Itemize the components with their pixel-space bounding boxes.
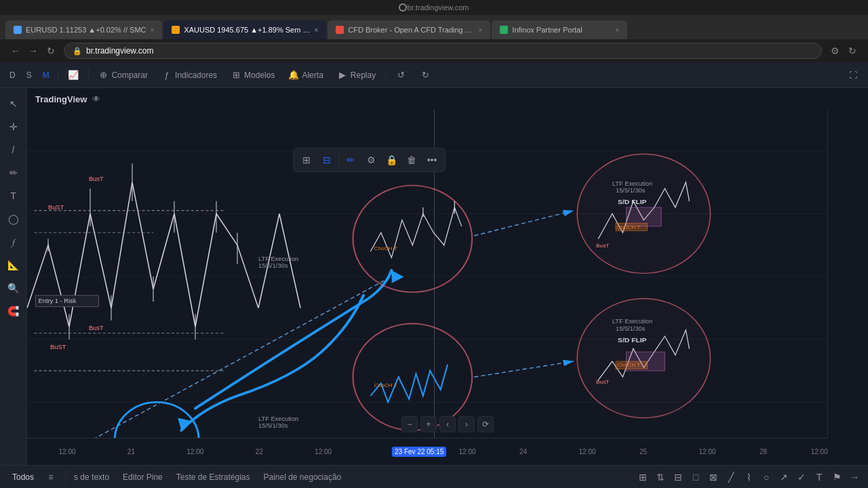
- tab-infinox-close[interactable]: ×: [616, 26, 620, 34]
- bt-icon-3[interactable]: ⊟: [670, 469, 686, 485]
- time-label-8: 25: [639, 448, 647, 455]
- tab-texto[interactable]: s de texto: [67, 470, 116, 485]
- tab-xauusd-close[interactable]: ×: [315, 26, 319, 34]
- chart-area: TradingView 👁 ⊞ ⊟ ✏ ⚙ 🔒 🗑 •••: [27, 88, 868, 465]
- bt-icon-6[interactable]: ╱: [723, 469, 739, 485]
- tab-infinox-label: Infinox Partner Portal: [512, 26, 611, 34]
- timeframe-s[interactable]: S: [22, 68, 36, 82]
- brush-tool[interactable]: ✏: [3, 163, 24, 183]
- time-axis: 12:00 21 12:00 22 12:00 23 Fev 22 05:15 …: [27, 438, 827, 465]
- price-axis: [827, 110, 868, 438]
- alert-label: Alerta: [302, 70, 323, 80]
- models-icon: ⊞: [231, 70, 241, 81]
- dt-delete[interactable]: 🗑: [403, 151, 420, 169]
- svg-text:S/D FLIP: S/D FLIP: [618, 337, 647, 344]
- fibonacci-tool[interactable]: 𝑓: [3, 232, 24, 252]
- scroll-left-button[interactable]: ‹: [439, 416, 456, 432]
- filter-icon[interactable]: ≡: [43, 470, 58, 485]
- time-label-2: 12:00: [186, 448, 203, 455]
- time-label-11: 12:00: [811, 448, 828, 455]
- tab-negociacao[interactable]: Painel de negociação: [257, 470, 349, 485]
- bt-icon-10[interactable]: ✓: [793, 469, 810, 485]
- zoom-out-button[interactable]: −: [401, 416, 418, 432]
- tab-eurusd[interactable]: EURUSD 1.11253 ▲+0.02% // SMC ×: [5, 20, 162, 39]
- dt-more[interactable]: •••: [423, 151, 441, 169]
- browser-extensions: ⚙ ↻: [827, 43, 860, 58]
- shapes-tool[interactable]: ◯: [3, 209, 24, 229]
- refresh-icon[interactable]: ↻: [845, 43, 860, 58]
- time-label-6: 24: [519, 448, 527, 455]
- dt-pencil[interactable]: ✏: [342, 151, 359, 169]
- visibility-icon[interactable]: 👁: [92, 94, 100, 104]
- svg-text:BusT: BusT: [596, 243, 609, 249]
- bt-icon-12[interactable]: ⚑: [829, 469, 845, 485]
- zoom-in-button[interactable]: +: [420, 416, 437, 432]
- bt-icon-11[interactable]: T: [811, 469, 827, 485]
- page-favicon: [399, 3, 407, 12]
- back-button[interactable]: ←: [8, 43, 23, 58]
- bt-icon-8[interactable]: ○: [758, 469, 774, 485]
- url-text: br.tradingview.com: [86, 46, 153, 56]
- timeframe-m[interactable]: M: [39, 68, 54, 82]
- scroll-right-button[interactable]: ›: [458, 416, 475, 432]
- compare-icon: ⊕: [98, 70, 109, 81]
- text-tool[interactable]: T: [3, 186, 24, 206]
- tab-cfd-close[interactable]: ×: [479, 26, 483, 34]
- fullscreen-button[interactable]: ⛶: [844, 68, 863, 82]
- bt-icon-9[interactable]: ↗: [776, 469, 792, 485]
- crosshair-tool[interactable]: ✛: [3, 117, 24, 137]
- indicators-button[interactable]: ƒ Indicadores: [156, 68, 222, 83]
- reset-zoom-button[interactable]: ⟳: [477, 416, 494, 432]
- dt-settings[interactable]: ⚙: [362, 151, 380, 169]
- reload-button[interactable]: ↻: [43, 43, 58, 58]
- undo-button[interactable]: ↺: [390, 68, 412, 83]
- trendline-tool[interactable]: /: [3, 140, 24, 160]
- bt-icon-5[interactable]: ⊠: [705, 469, 722, 485]
- browser-tabs: EURUSD 1.11253 ▲+0.02% // SMC × XAUUSD 1…: [0, 15, 868, 39]
- svg-text:15/5/1/30s: 15/5/1/30s: [258, 262, 288, 268]
- chart-controls: − + ‹ › ⟳: [401, 416, 494, 432]
- forward-button[interactable]: →: [26, 43, 41, 58]
- svg-text:LTF Execution: LTF Execution: [258, 416, 298, 422]
- tab-pine[interactable]: Editor Pine: [116, 470, 170, 485]
- timeframe-d[interactable]: D: [5, 68, 20, 82]
- svg-text:ChoCH T: ChoCH T: [617, 224, 640, 230]
- bt-icon-13[interactable]: →: [846, 469, 863, 485]
- magnet-tool[interactable]: 🧲: [3, 301, 24, 321]
- indicators-label: Indicadores: [175, 70, 217, 80]
- svg-text:ChoCH T: ChoCH T: [374, 245, 397, 251]
- bt-icon-7[interactable]: ⌇: [741, 469, 757, 485]
- redo-button[interactable]: ↻: [414, 68, 436, 83]
- dt-select[interactable]: ⊞: [298, 151, 315, 169]
- extension-icon[interactable]: ⚙: [827, 43, 842, 58]
- measure-tool[interactable]: 📐: [3, 255, 24, 275]
- tab-xauusd[interactable]: XAUUSD 1945.675 ▲+1.89% Sem nome ×: [163, 20, 326, 39]
- dt-lock[interactable]: 🔒: [382, 151, 400, 169]
- cursor-tool[interactable]: ↖: [3, 94, 24, 114]
- tab-cfd[interactable]: CFD Broker - Open A CFD Trading Account …: [328, 20, 490, 39]
- replay-button[interactable]: ▶ Replay: [332, 68, 381, 83]
- bt-icon-4[interactable]: □: [688, 469, 704, 485]
- bt-icon-2[interactable]: ⇅: [652, 469, 669, 485]
- tab-eurusd-close[interactable]: ×: [151, 26, 155, 34]
- compare-button[interactable]: ⊕ Comparar: [93, 68, 153, 83]
- chart-svg: BusT BuST BusT BuST Entry 1 - Risk Entry…: [27, 88, 868, 465]
- chart-type-button[interactable]: 📈: [62, 68, 84, 83]
- browser-address-bar: ← → ↻ 🔒 br.tradingview.com ⚙ ↻: [0, 39, 868, 62]
- tab-estrategias[interactable]: Teste de Estratégias: [170, 470, 257, 485]
- zoom-tool[interactable]: 🔍: [3, 278, 24, 298]
- address-bar[interactable]: 🔒 br.tradingview.com: [64, 43, 822, 59]
- tab-infinox[interactable]: Infinox Partner Portal ×: [492, 20, 627, 39]
- models-button[interactable]: ⊞ Modelos: [225, 68, 280, 83]
- time-label-7: 12:00: [578, 448, 595, 455]
- svg-text:15/5/1/30s: 15/5/1/30s: [258, 423, 288, 429]
- dt-draw[interactable]: ⊟: [318, 151, 336, 169]
- bottom-panel: Todos ≡ s de texto Editor Pine Teste de …: [0, 465, 868, 488]
- alert-button[interactable]: 🔔 Alerta: [283, 68, 328, 83]
- svg-text:15/5/1/30s: 15/5/1/30s: [616, 325, 646, 331]
- filter-todos[interactable]: Todos: [5, 470, 41, 485]
- svg-text:ChoCH T: ChoCH T: [374, 382, 397, 388]
- bt-icon-1[interactable]: ⊞: [635, 469, 651, 485]
- svg-text:S/D FLIP: S/D FLIP: [618, 199, 647, 205]
- cfd-favicon: [336, 26, 344, 34]
